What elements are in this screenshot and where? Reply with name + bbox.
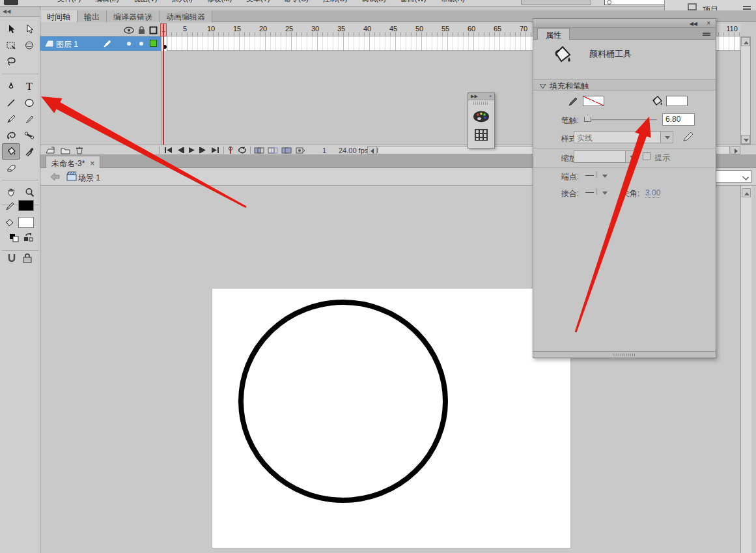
timeline-vertical-scrollbar[interactable]: [740, 36, 751, 145]
app-logo-icon[interactable]: [4, 0, 18, 5]
oval-tool[interactable]: [20, 94, 38, 111]
back-arrow-icon[interactable]: [49, 173, 60, 181]
join-value[interactable]: —: [585, 187, 594, 197]
layer-outline-color-swatch[interactable]: [150, 40, 157, 47]
fill-stroke-section-header[interactable]: 填充和笔触: [533, 79, 716, 91]
deco-tool[interactable]: [2, 127, 20, 143]
scroll-right-button[interactable]: [731, 146, 740, 154]
layer-lock-dot[interactable]: [139, 42, 143, 46]
cap-value[interactable]: —: [585, 170, 594, 180]
scroll-up-button[interactable]: [741, 37, 750, 46]
stroke-weight-input[interactable]: 6.80: [662, 113, 695, 126]
onion-skin-outlines-button[interactable]: [268, 147, 278, 154]
pencil-tool[interactable]: [2, 111, 20, 127]
lock-layers-icon[interactable]: [137, 25, 146, 35]
tools-panel-collapse[interactable]: ◀◀: [0, 7, 40, 17]
eyedropper-tool[interactable]: [20, 143, 38, 160]
black-white-icon[interactable]: [9, 233, 20, 242]
selection-tool[interactable]: [2, 21, 20, 37]
menu-item[interactable]: 文本(T): [246, 0, 270, 4]
menu-item[interactable]: 修改(M): [207, 0, 232, 4]
stage-zoom-select[interactable]: [715, 170, 751, 183]
swatches-panel-icon[interactable]: [468, 128, 494, 141]
delete-layer-button[interactable]: [76, 146, 83, 154]
menu-item[interactable]: 编辑(E): [95, 0, 119, 4]
stroke-scale-select[interactable]: [574, 150, 626, 163]
layer-name[interactable]: 图层 1: [56, 39, 78, 50]
stroke-slider-track[interactable]: [584, 119, 657, 121]
modify-markers-button[interactable]: [295, 147, 305, 154]
scroll-left-button[interactable]: [367, 146, 377, 154]
menu-item[interactable]: 文件(F): [57, 0, 81, 4]
stroke-color-control[interactable]: [4, 199, 38, 214]
timeline-tab[interactable]: 动画编辑器: [160, 10, 212, 22]
fill-color-control[interactable]: [4, 216, 38, 231]
stroke-slider-thumb[interactable]: [584, 115, 591, 122]
brush-tool[interactable]: [20, 111, 38, 127]
stage-scroll-up-button[interactable]: [742, 188, 751, 197]
properties-title-bar[interactable]: ◀◀ ×: [533, 19, 716, 28]
paint-bucket-tool[interactable]: [2, 143, 20, 160]
eraser-tool[interactable]: [2, 160, 20, 176]
layer-row[interactable]: 图层 1: [40, 36, 161, 51]
color-panel-icon[interactable]: [468, 110, 494, 123]
new-layer-button[interactable]: [46, 147, 55, 154]
bone-tool[interactable]: [20, 127, 38, 143]
zoom-tool[interactable]: [20, 184, 38, 201]
menu-item[interactable]: 帮助(H): [441, 0, 465, 4]
text-tool[interactable]: T: [20, 78, 38, 94]
scroll-down-button[interactable]: [741, 135, 750, 144]
fill-color-swatch[interactable]: [666, 96, 688, 106]
close-document-icon[interactable]: ×: [90, 159, 94, 168]
timeline-tab[interactable]: 输出: [77, 10, 107, 22]
workspace-switcher-button[interactable]: [521, 0, 591, 5]
menu-item[interactable]: 插入(I): [171, 0, 192, 4]
hand-tool[interactable]: [2, 184, 20, 201]
menu-item[interactable]: 控制(O): [323, 0, 348, 4]
loop-playback-button[interactable]: [237, 147, 247, 154]
center-frame-button[interactable]: [227, 146, 234, 154]
edit-multiple-frames-button[interactable]: [281, 147, 292, 154]
outline-view-icon[interactable]: [149, 26, 158, 35]
layer-visible-dot[interactable]: [127, 42, 131, 46]
timeline-tab[interactable]: 时间轴: [40, 10, 77, 22]
new-folder-button[interactable]: [61, 147, 70, 154]
show-hide-eye-icon[interactable]: [124, 27, 134, 34]
cap-dropdown-icon[interactable]: [602, 175, 608, 178]
stage-canvas[interactable]: [212, 289, 570, 548]
miter-value[interactable]: 3.00: [645, 188, 660, 198]
close-panel-x-icon[interactable]: ×: [707, 20, 710, 27]
document-tab[interactable]: 未命名-3*×: [46, 156, 100, 168]
timeline-tab[interactable]: 编译器错误: [107, 10, 160, 22]
playhead[interactable]: [163, 23, 164, 145]
lasso-tool[interactable]: [2, 53, 20, 70]
onion-skin-button[interactable]: [254, 147, 264, 154]
subselection-tool[interactable]: [20, 21, 38, 37]
free-transform-tool[interactable]: [2, 37, 20, 53]
lock-fill-icon[interactable]: [22, 253, 33, 263]
step-forward-button[interactable]: [199, 147, 208, 154]
swap-colors-icon[interactable]: [23, 233, 34, 242]
play-button[interactable]: [188, 147, 195, 154]
menu-item[interactable]: 视图(V): [133, 0, 158, 4]
stroke-color-none-swatch[interactable]: [583, 96, 604, 106]
expand-panels-icon[interactable]: ▶▶: [471, 94, 478, 99]
scene-breadcrumb[interactable]: 场景 1: [78, 173, 100, 184]
panel-drag-grip[interactable]: [473, 102, 489, 105]
properties-tab[interactable]: 属性: [537, 28, 570, 40]
menu-item[interactable]: 窗口(W): [400, 0, 427, 4]
panel-menu-icon[interactable]: [703, 33, 710, 34]
drawn-circle-shape[interactable]: [212, 289, 570, 548]
stroke-style-select[interactable]: 实线: [574, 131, 661, 143]
stroke-color-swatch[interactable]: [18, 200, 34, 211]
edit-stroke-style-icon[interactable]: [682, 131, 695, 143]
menu-item[interactable]: 命令(C): [284, 0, 308, 4]
stroke-scale-dropdown-button[interactable]: [625, 150, 638, 163]
project-panel-menu-icon[interactable]: [743, 6, 751, 7]
collapse-panel-icon[interactable]: ◀◀: [690, 21, 697, 27]
stroke-style-dropdown-button[interactable]: [660, 131, 673, 143]
go-to-last-frame-button[interactable]: [210, 147, 219, 154]
menu-item[interactable]: 调试(D): [362, 0, 386, 4]
line-tool[interactable]: [2, 94, 20, 111]
step-back-button[interactable]: [176, 147, 185, 154]
